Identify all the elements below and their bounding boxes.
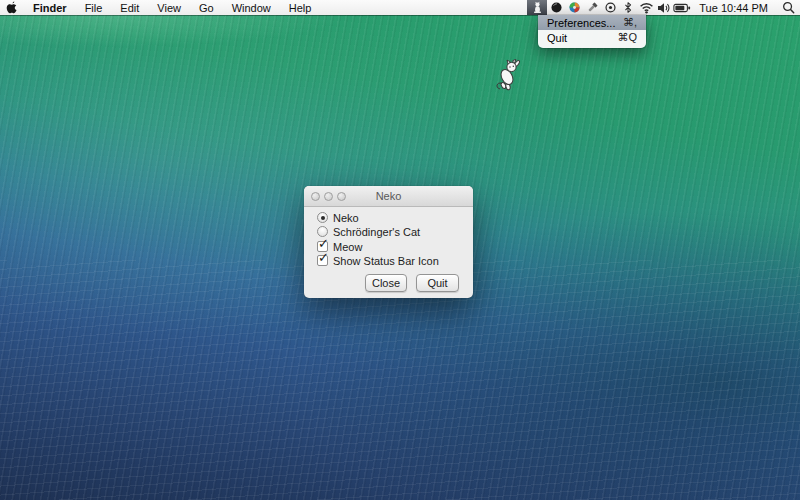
battery-icon[interactable]	[673, 0, 691, 15]
neko-status-menu: Preferences... ⌘, Quit ⌘Q	[538, 15, 646, 48]
neko-window: Neko Neko Schrödinger's Cat ✓ Meow ✓ Sho…	[304, 186, 473, 298]
menu-item-file[interactable]: File	[76, 0, 112, 15]
volume-icon[interactable]	[655, 0, 673, 15]
menu-item-finder[interactable]: Finder	[24, 0, 76, 15]
window-titlebar[interactable]: Neko	[304, 186, 473, 207]
quit-button[interactable]: Quit	[416, 274, 459, 292]
radio-label: Schrödinger's Cat	[333, 226, 420, 238]
radio-button-icon[interactable]	[317, 212, 328, 223]
zoom-window-icon[interactable]	[337, 192, 346, 201]
neko-cat-icon	[531, 1, 544, 14]
checkbox-icon[interactable]: ✓	[317, 255, 328, 266]
colorful-globe-icon[interactable]	[565, 0, 583, 15]
screen: Finder File Edit View Go Window Help	[0, 0, 800, 500]
menu-item-edit[interactable]: Edit	[111, 0, 148, 15]
flashlight-icon[interactable]	[583, 0, 601, 15]
apple-icon	[6, 1, 18, 14]
checkmark-icon: ✓	[318, 251, 329, 264]
menu-item-quit[interactable]: Quit ⌘Q	[538, 30, 646, 45]
menu-item-shortcut: ⌘,	[623, 16, 637, 29]
menu-item-help[interactable]: Help	[280, 0, 321, 15]
record-target-icon[interactable]	[601, 0, 619, 15]
menu-bar-left: Finder File Edit View Go Window Help	[0, 0, 320, 15]
bluetooth-icon[interactable]	[619, 0, 637, 15]
menu-bar-status-area: Tue 10:44 PM	[527, 0, 800, 15]
menu-item-preferences[interactable]: Preferences... ⌘,	[538, 15, 646, 30]
menu-item-window[interactable]: Window	[223, 0, 280, 15]
menu-item-shortcut: ⌘Q	[617, 31, 637, 44]
close-button[interactable]: Close	[365, 274, 407, 292]
dark-sphere-icon[interactable]	[547, 0, 565, 15]
checkbox-show-status-bar-icon[interactable]: ✓ Show Status Bar Icon	[317, 254, 439, 267]
checkbox-label: Show Status Bar Icon	[333, 255, 439, 267]
neko-cat-sprite	[495, 58, 521, 92]
menu-item-go[interactable]: Go	[190, 0, 223, 15]
radio-neko[interactable]: Neko	[317, 211, 359, 224]
spotlight-search-icon[interactable]	[776, 0, 800, 15]
menu-item-view[interactable]: View	[148, 0, 190, 15]
menu-item-label: Preferences...	[547, 17, 615, 29]
checkmark-icon: ✓	[318, 237, 329, 250]
apple-menu[interactable]	[0, 0, 24, 15]
minimize-window-icon[interactable]	[324, 192, 333, 201]
checkbox-label: Meow	[333, 241, 362, 253]
menu-item-label: Quit	[547, 32, 567, 44]
window-controls	[311, 186, 346, 206]
neko-status-menu-extra[interactable]	[527, 0, 547, 15]
radio-schroedingers-cat[interactable]: Schrödinger's Cat	[317, 225, 420, 238]
menu-bar-clock[interactable]: Tue 10:44 PM	[691, 2, 776, 14]
menu-bar: Finder File Edit View Go Window Help	[0, 0, 800, 15]
radio-label: Neko	[333, 212, 359, 224]
wifi-icon[interactable]	[637, 0, 655, 15]
window-title: Neko	[376, 190, 402, 202]
close-window-icon[interactable]	[311, 192, 320, 201]
